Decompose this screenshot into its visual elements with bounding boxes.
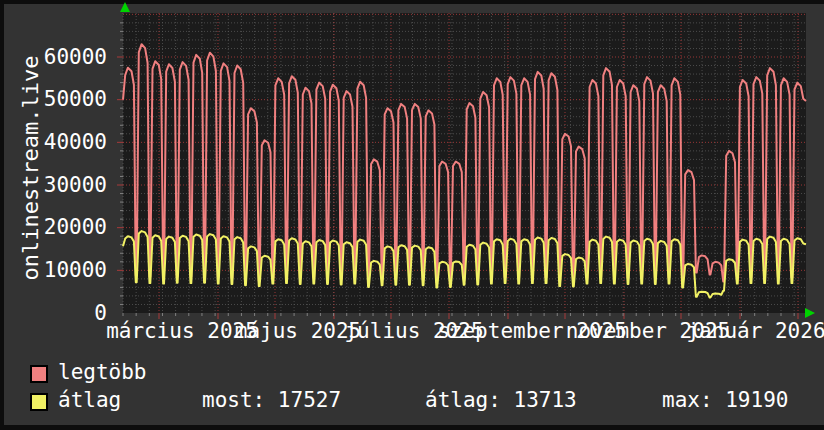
legend-label-legtobb: legtöbb xyxy=(58,362,147,383)
stat-most: most: 17527 xyxy=(202,390,341,411)
stat-max: max: 19190 xyxy=(662,390,788,411)
y-tick-label: 10000 xyxy=(0,260,107,281)
y-tick-label: 30000 xyxy=(0,175,107,196)
rrd-graph: onlinestream.live 0100002000030000400005… xyxy=(0,0,824,430)
y-tick-label: 40000 xyxy=(0,132,107,153)
legend-label-atlag: átlag xyxy=(58,390,121,411)
legend-swatch-legtobb xyxy=(30,365,48,383)
y-tick-label: 60000 xyxy=(0,47,107,68)
stat-atlag: átlag: 13713 xyxy=(425,390,577,411)
y-tick-label: 50000 xyxy=(0,89,107,110)
y-tick-label: 20000 xyxy=(0,217,107,238)
x-tick-label: január 2026 xyxy=(556,321,824,342)
legend-swatch-atlag xyxy=(30,393,48,411)
